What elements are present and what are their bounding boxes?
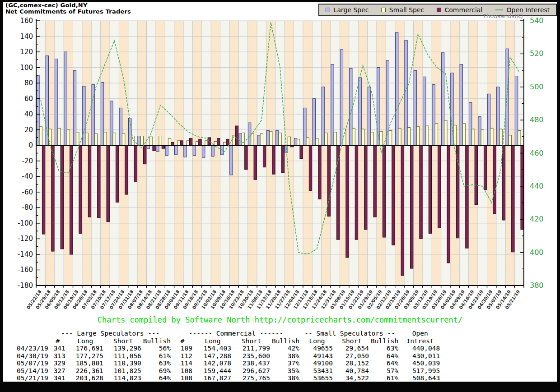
right-axis-units-label: Thousands(K) <box>482 13 523 19</box>
bar-small-spec <box>104 132 107 145</box>
bar-commercial <box>281 145 284 172</box>
table-cell-value: 147,288 <box>193 352 232 360</box>
bar-large-spec <box>497 87 499 145</box>
table-group-header: ------ Commercial ------ <box>172 330 300 337</box>
bar-large-spec <box>478 116 481 145</box>
bar-commercial <box>263 145 266 167</box>
table-cell-value: 63% <box>370 345 399 352</box>
bar-commercial <box>502 145 505 220</box>
bar-large-spec <box>73 70 76 145</box>
cot-chart: -180-160-140-120-100-80-60-40-2002040608… <box>3 2 557 318</box>
bar-small-spec <box>85 133 88 146</box>
cot-table: --- Large Speculators --------- Commerci… <box>16 330 441 382</box>
table-cell-value: 211,799 <box>232 345 271 352</box>
bar-large-spec <box>441 53 444 145</box>
bar-small-spec <box>518 130 521 145</box>
right-axis-label: 440 <box>530 182 544 190</box>
bar-commercial <box>245 145 247 170</box>
table-cell-value: 38% <box>271 352 300 360</box>
table-cell-value: 108 <box>172 374 193 382</box>
bar-large-spec <box>460 65 462 146</box>
table-cell-value: 61% <box>142 352 172 360</box>
table-cell-value: 139,296 <box>104 345 142 352</box>
table-cell-value: 154,403 <box>193 345 232 352</box>
bar-small-spec <box>334 132 336 145</box>
bar-commercial <box>447 145 450 263</box>
right-axis-label: 460 <box>530 149 544 157</box>
bar-commercial <box>456 145 459 238</box>
table-cell-value: 114,823 <box>104 374 142 382</box>
bar-commercial <box>107 145 109 221</box>
bar-commercial <box>134 145 137 182</box>
bar-large-spec <box>211 145 214 156</box>
table-cell-value: 176,691 <box>66 345 104 352</box>
bar-commercial <box>116 145 118 202</box>
table-cell-value: 450,039 <box>399 360 441 367</box>
bar-small-spec <box>389 130 392 145</box>
left-axis-label: -40 <box>22 172 33 180</box>
table-cell-value: 29,654 <box>334 345 370 352</box>
bar-small-spec <box>435 124 438 145</box>
bar-large-spec <box>156 145 159 152</box>
bar-large-spec <box>165 145 168 155</box>
left-axis-label: -120 <box>18 235 33 243</box>
bar-large-spec <box>184 145 187 157</box>
table-cell-value: 508,643 <box>399 374 441 382</box>
table-row: 05/14/19327226,361101,82569%108159,44429… <box>16 367 441 375</box>
bar-commercial <box>226 139 229 145</box>
bar-commercial <box>383 145 385 237</box>
table-cell-value: 430,011 <box>399 352 441 360</box>
bar-small-spec <box>214 142 217 146</box>
table-cell-value: 110,390 <box>104 360 142 367</box>
table-cell-value: 329 <box>49 360 66 367</box>
left-axis-label: 140 <box>20 32 33 41</box>
bar-commercial <box>42 145 45 234</box>
table-cell-value: 49100 <box>300 360 334 367</box>
bar-small-spec <box>67 130 70 146</box>
bar-commercial <box>401 145 404 275</box>
bar-small-spec <box>444 120 447 145</box>
bar-commercial <box>346 145 349 258</box>
left-axis-label: 160 <box>20 17 33 25</box>
bar-large-spec <box>396 32 398 145</box>
bar-small-spec <box>352 128 355 145</box>
table-cell-value: 53431 <box>300 367 334 375</box>
bar-small-spec <box>177 141 180 145</box>
right-axis-label: 500 <box>530 83 544 91</box>
bar-large-spec <box>515 76 518 146</box>
table-cell-value: 38% <box>271 374 300 382</box>
bar-large-spec <box>368 87 370 145</box>
bar-small-spec <box>426 126 429 145</box>
table-cell-value: 203,628 <box>66 374 104 382</box>
table-cell-value: 56% <box>142 345 172 352</box>
bar-large-spec <box>193 145 196 155</box>
bar-commercial <box>144 145 146 164</box>
bar-small-spec <box>196 142 199 146</box>
bar-small-spec <box>270 131 272 145</box>
bar-large-spec <box>294 138 297 146</box>
left-axis-label: -140 <box>18 250 33 258</box>
bar-large-spec <box>239 134 242 145</box>
left-axis-label: -60 <box>22 188 33 196</box>
bar-large-spec <box>248 123 251 145</box>
bar-small-spec <box>288 137 290 145</box>
table-group-header: --- Large Speculators --- <box>49 330 172 337</box>
table-cell-value: 64% <box>370 360 399 367</box>
left-axis-label: 0 <box>28 141 33 149</box>
bar-small-spec <box>168 138 171 146</box>
table-column-header-row: #LongShortBullish#LongShortBullishLongSh… <box>16 337 441 345</box>
bar-small-spec <box>462 124 465 145</box>
bar-small-spec <box>380 131 383 145</box>
table-cell-value: 42% <box>271 345 300 352</box>
table-cell-value: 111,056 <box>104 352 142 360</box>
bar-large-spec <box>432 85 435 146</box>
table-column-header: # <box>172 337 193 345</box>
table-cell-value: 63% <box>142 360 172 367</box>
table-column-header: Bullish <box>142 337 172 345</box>
bar-small-spec <box>297 139 300 145</box>
bar-large-spec <box>266 130 269 145</box>
table-column-header: # <box>49 337 66 345</box>
left-axis-label: 20 <box>24 126 33 134</box>
table-cell-value: 64% <box>370 352 399 360</box>
bar-large-spec <box>414 70 416 145</box>
